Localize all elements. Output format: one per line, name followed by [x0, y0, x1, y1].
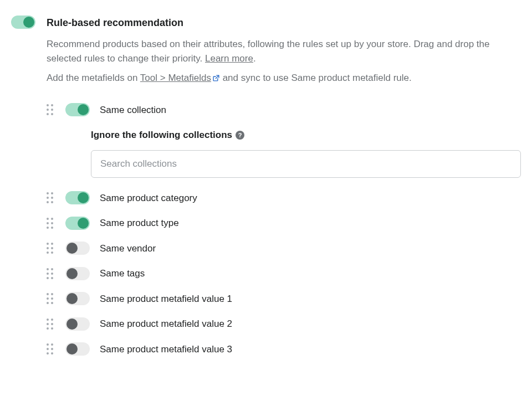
metafields-link[interactable]: Tool > Metafields	[140, 73, 220, 83]
drag-handle-icon[interactable]	[47, 343, 55, 355]
rule-toggle[interactable]	[65, 292, 90, 305]
rule-toggle[interactable]	[65, 317, 90, 331]
rule-label: Same product metafield value 2	[100, 317, 232, 331]
external-link-icon	[212, 72, 220, 86]
drag-handle-icon[interactable]	[47, 243, 55, 254]
drag-handle-icon[interactable]	[47, 319, 55, 330]
drag-handle-icon[interactable]	[47, 192, 55, 203]
rule-label: Same collection	[100, 103, 166, 117]
section-title: Rule-based recommendation	[47, 16, 521, 30]
learn-more-link[interactable]: Learn more	[205, 53, 253, 64]
rule-label: Same tags	[100, 266, 145, 281]
master-toggle[interactable]	[11, 16, 35, 29]
search-collections-input[interactable]	[91, 150, 521, 178]
desc-text-1: Recommend products based on their attrib…	[47, 39, 489, 64]
drag-handle-icon[interactable]	[47, 218, 55, 229]
rule-toggle[interactable]	[65, 217, 90, 230]
rule-label: Same product metafield value 1	[100, 292, 232, 306]
rule-label: Same product type	[100, 216, 179, 230]
rule-toggle[interactable]	[65, 267, 90, 280]
ignore-collections-label: Ignore the following collections?	[91, 128, 521, 142]
rule-toggle[interactable]	[65, 342, 90, 356]
desc-text-2b: and sync to use Same product metafield r…	[220, 73, 412, 83]
drag-handle-icon[interactable]	[47, 104, 55, 115]
rule-label: Same product category	[100, 191, 197, 206]
rule-toggle[interactable]	[65, 242, 90, 255]
drag-handle-icon[interactable]	[47, 268, 55, 279]
section-description-2: Add the metafields on Tool > Metafields …	[47, 71, 521, 86]
help-icon[interactable]: ?	[236, 131, 244, 140]
section-description-1: Recommend products based on their attrib…	[47, 37, 521, 65]
rule-label: Same product metafield value 3	[100, 342, 232, 357]
drag-handle-icon[interactable]	[47, 293, 55, 304]
desc-text-2a: Add the metafields on	[47, 73, 140, 83]
rule-label: Same vendor	[100, 242, 156, 256]
rule-toggle[interactable]	[65, 103, 90, 116]
rule-toggle[interactable]	[65, 191, 90, 204]
